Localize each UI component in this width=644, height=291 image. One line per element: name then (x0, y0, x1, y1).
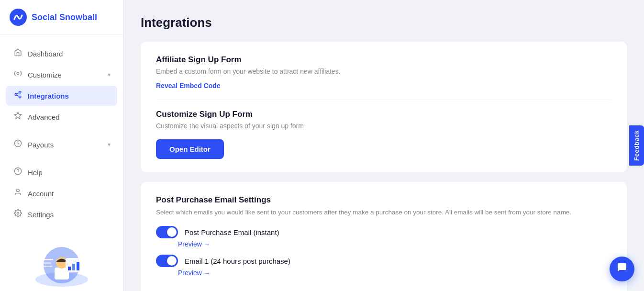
toggle-row-24hr: Email 1 (24 hours post purchase) (156, 255, 611, 267)
toggle-instant[interactable] (156, 226, 178, 238)
feedback-side-tab[interactable]: Feedback (629, 125, 644, 166)
svg-marker-7 (14, 112, 21, 118)
sidebar-illustration (0, 234, 123, 291)
sidebar-item-account[interactable]: Account (6, 183, 117, 203)
svg-rect-23 (43, 262, 51, 264)
svg-point-1 (17, 72, 19, 74)
svg-rect-21 (77, 262, 79, 270)
integrations-icon (12, 90, 23, 101)
sidebar-item-label: Settings (28, 211, 54, 219)
svg-point-11 (16, 189, 19, 192)
sidebar-item-advanced[interactable]: Advanced (6, 107, 117, 127)
toggle-row-instant: Post Purchase Email (instant) (156, 226, 611, 238)
preview-24hr-text: Preview (178, 269, 202, 277)
sidebar-item-label: Help (28, 168, 43, 177)
toggle-24hr-label: Email 1 (24 hours post purchase) (185, 257, 290, 265)
sidebar-item-label: Dashboard (28, 50, 63, 58)
svg-point-3 (15, 93, 17, 95)
preview-24hr-arrow: → (204, 269, 210, 277)
toggle-instant-label: Post Purchase Email (instant) (185, 228, 279, 236)
page-title: Integrations (141, 15, 627, 30)
signup-form-card: Affiliate Sign Up Form Embed a custom fo… (141, 42, 627, 172)
toggle-24hr[interactable] (156, 255, 178, 267)
open-editor-button[interactable]: Open Editor (156, 139, 224, 159)
svg-rect-24 (43, 266, 52, 267)
advanced-icon (12, 112, 23, 122)
sidebar: Social Snowball Dashboard Customize ▾ In… (0, 0, 123, 291)
affiliate-signup-section: Affiliate Sign Up Form Embed a custom fo… (156, 55, 611, 90)
payouts-icon (12, 139, 23, 150)
sidebar-item-label: Account (28, 190, 54, 198)
svg-line-5 (17, 95, 19, 97)
preview-instant-link[interactable]: Preview → (178, 240, 611, 248)
sidebar-item-integrations[interactable]: Integrations (6, 86, 117, 106)
svg-rect-19 (68, 267, 71, 270)
svg-point-12 (17, 212, 19, 214)
app-name: Social Snowball (32, 12, 97, 22)
sidebar-item-dashboard[interactable]: Dashboard (6, 44, 117, 64)
preview-24hr-link[interactable]: Preview → (178, 269, 611, 277)
customize-signup-section: Customize Sign Up Form Customize the vis… (156, 110, 611, 159)
account-icon (12, 188, 23, 199)
post-purchase-card: Post Purchase Email Settings Select whic… (141, 182, 627, 291)
svg-rect-20 (72, 264, 75, 270)
svg-rect-22 (43, 259, 53, 260)
sidebar-item-label: Integrations (28, 92, 69, 100)
sidebar-item-label: Payouts (28, 141, 54, 149)
feedback-button[interactable]: Feedback (629, 125, 644, 166)
chevron-down-icon: ▾ (108, 71, 111, 78)
sidebar-item-label: Advanced (28, 113, 60, 121)
home-icon (12, 48, 23, 59)
logo-icon (10, 9, 27, 26)
affiliate-section-desc: Embed a custom form on your website to a… (156, 67, 611, 75)
svg-point-4 (19, 96, 21, 98)
sidebar-item-label: Customize (28, 71, 62, 79)
sidebar-item-payouts[interactable]: Payouts ▾ (6, 134, 117, 155)
sidebar-logo: Social Snowball (0, 0, 123, 35)
illustration-svg (28, 239, 95, 287)
post-purchase-title: Post Purchase Email Settings (156, 195, 611, 205)
post-purchase-desc: Select which emails you would like sent … (156, 208, 611, 217)
reveal-embed-link[interactable]: Reveal Embed Code (156, 82, 221, 90)
sidebar-nav: Dashboard Customize ▾ Integrations Advan… (0, 35, 123, 234)
main-content: Integrations Affiliate Sign Up Form Embe… (123, 0, 644, 291)
settings-icon (12, 209, 23, 220)
help-icon (12, 167, 23, 178)
sidebar-item-help[interactable]: Help (6, 162, 117, 182)
customize-section-title: Customize Sign Up Form (156, 110, 611, 119)
preview-instant-arrow: → (204, 241, 210, 248)
customize-icon (12, 69, 23, 80)
svg-point-2 (19, 91, 21, 93)
card-divider (156, 100, 611, 100)
chat-bubble-button[interactable] (610, 257, 634, 281)
customize-section-desc: Customize the visual aspects of your sig… (156, 122, 611, 130)
chat-icon (616, 262, 628, 276)
sidebar-item-settings[interactable]: Settings (6, 204, 117, 224)
sidebar-item-customize[interactable]: Customize ▾ (6, 65, 117, 85)
svg-line-6 (17, 93, 19, 94)
preview-instant-text: Preview (178, 240, 202, 248)
chevron-down-icon: ▾ (108, 141, 111, 148)
affiliate-section-title: Affiliate Sign Up Form (156, 55, 611, 65)
